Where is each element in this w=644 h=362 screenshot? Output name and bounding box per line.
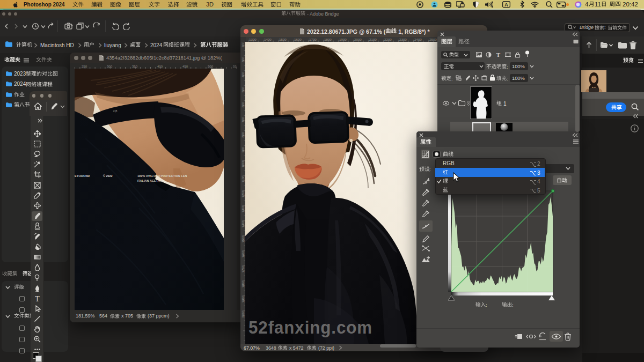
svg-text:2400: 2400 <box>414 38 422 41</box>
svg-text:100% UVA+UVB PROTECTION LEN: 100% UVA+UVB PROTECTION LEN <box>137 174 187 178</box>
svg-text:500: 500 <box>208 65 214 68</box>
svg-text:500: 500 <box>241 86 245 92</box>
svg-text:1000: 1000 <box>241 160 245 167</box>
svg-text:2300: 2300 <box>399 38 407 41</box>
svg-text:1300: 1300 <box>249 38 257 41</box>
svg-text:A: A <box>504 2 508 8</box>
svg-text:2000: 2000 <box>241 310 245 317</box>
svg-text:2000: 2000 <box>354 38 362 41</box>
svg-text:C|B: C|B <box>113 109 118 113</box>
svg-text:1800: 1800 <box>241 280 245 287</box>
svg-text:300: 300 <box>107 65 113 68</box>
svg-text:1800: 1800 <box>324 38 332 41</box>
svg-text:700: 700 <box>241 116 245 122</box>
svg-text:400: 400 <box>241 71 245 77</box>
svg-text:1900: 1900 <box>241 295 245 302</box>
svg-text:900: 900 <box>241 146 245 152</box>
svg-text:600: 600 <box>241 101 245 107</box>
svg-text:1400: 1400 <box>264 38 272 41</box>
svg-text:1700: 1700 <box>241 265 245 272</box>
svg-text:1600: 1600 <box>294 38 302 41</box>
svg-text:2500: 2500 <box>429 38 437 41</box>
svg-text:200: 200 <box>241 42 245 48</box>
svg-text:1700: 1700 <box>309 38 317 41</box>
svg-text:300: 300 <box>241 56 245 62</box>
svg-text:1200: 1200 <box>241 190 245 197</box>
svg-text:350: 350 <box>132 65 138 68</box>
svg-text:T: T <box>496 52 501 57</box>
svg-text:T: T <box>35 295 40 302</box>
svg-text:2200: 2200 <box>384 38 392 41</box>
svg-text:2100: 2100 <box>369 38 377 41</box>
svg-text:250: 250 <box>82 65 87 68</box>
svg-text:1900: 1900 <box>339 38 347 41</box>
svg-text:1300: 1300 <box>241 205 245 212</box>
svg-text:1100: 1100 <box>241 175 245 182</box>
svg-text:1600: 1600 <box>241 250 245 257</box>
svg-text:400: 400 <box>157 65 163 68</box>
svg-text:ITALIAN ACETATE: ITALIAN ACETATE <box>137 179 164 182</box>
svg-text:450: 450 <box>182 65 188 68</box>
svg-text:© 2022: © 2022 <box>103 174 112 178</box>
svg-text:EYHOUND: EYHOUND <box>75 174 90 178</box>
svg-text:1500: 1500 <box>241 235 245 242</box>
svg-text:1500: 1500 <box>279 38 287 41</box>
svg-text:800: 800 <box>241 131 245 137</box>
svg-text:1400: 1400 <box>241 220 245 227</box>
